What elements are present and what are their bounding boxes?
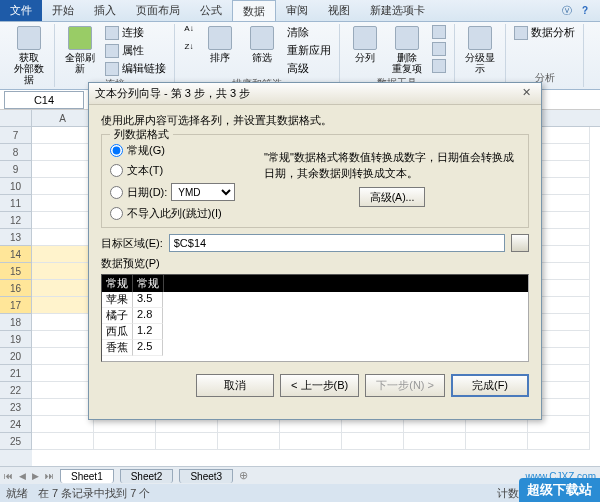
- edit-links-button[interactable]: 编辑链接: [103, 60, 168, 77]
- range-picker-icon[interactable]: [511, 234, 529, 252]
- row-header[interactable]: 17: [0, 297, 32, 314]
- datatool-more[interactable]: [430, 24, 448, 40]
- row-header[interactable]: 14: [0, 246, 32, 263]
- sheet-tab-2[interactable]: Sheet2: [120, 469, 174, 483]
- sort-az-buttons[interactable]: A↓Z↓: [181, 24, 197, 58]
- cell[interactable]: [32, 399, 94, 416]
- cell[interactable]: [32, 280, 94, 297]
- select-all-corner[interactable]: [0, 110, 32, 126]
- row-header[interactable]: 10: [0, 178, 32, 195]
- target-range-input[interactable]: [169, 234, 505, 252]
- help-icon[interactable]: ?: [578, 4, 592, 18]
- cell[interactable]: [32, 365, 94, 382]
- cell[interactable]: [404, 433, 466, 450]
- data-preview[interactable]: 常规常规 苹果3.5橘子2.8西瓜1.2香蕉2.5: [101, 274, 529, 362]
- row-header[interactable]: 7: [0, 127, 32, 144]
- close-icon[interactable]: ✕: [517, 86, 535, 102]
- finish-button[interactable]: 完成(F): [451, 374, 529, 397]
- row-header[interactable]: 16: [0, 280, 32, 297]
- cell[interactable]: [32, 161, 94, 178]
- row-header[interactable]: 9: [0, 161, 32, 178]
- advanced-filter-button[interactable]: 高级: [285, 60, 333, 77]
- tab-home[interactable]: 开始: [42, 0, 84, 21]
- row-header[interactable]: 13: [0, 229, 32, 246]
- radio-date[interactable]: 日期(D): YMD: [110, 183, 250, 201]
- row-header[interactable]: 25: [0, 433, 32, 450]
- row-header[interactable]: 8: [0, 144, 32, 161]
- cell[interactable]: [32, 297, 94, 314]
- row-header[interactable]: 22: [0, 382, 32, 399]
- remove-duplicates-button[interactable]: 删除 重复项: [388, 24, 426, 76]
- minimize-ribbon-icon[interactable]: ⓥ: [560, 4, 574, 18]
- radio-general[interactable]: 常规(G): [110, 143, 250, 158]
- row-header[interactable]: 18: [0, 314, 32, 331]
- tab-file[interactable]: 文件: [0, 0, 42, 21]
- new-sheet-icon[interactable]: ⊕: [239, 469, 248, 482]
- outline-button[interactable]: 分级显示: [461, 24, 499, 76]
- col-header-a[interactable]: A: [32, 110, 94, 126]
- tab-nav-first-icon[interactable]: ⏮: [4, 471, 13, 481]
- cell[interactable]: [32, 212, 94, 229]
- cell[interactable]: [32, 127, 94, 144]
- row-header[interactable]: 19: [0, 331, 32, 348]
- cell[interactable]: [156, 433, 218, 450]
- cell[interactable]: [528, 433, 590, 450]
- cell[interactable]: [342, 433, 404, 450]
- cell[interactable]: [32, 433, 94, 450]
- clear-filter-button[interactable]: 清除: [285, 24, 333, 41]
- next-button[interactable]: 下一步(N) >: [365, 374, 445, 397]
- dialog-titlebar[interactable]: 文本分列向导 - 第 3 步，共 3 步 ✕: [89, 83, 541, 105]
- cell[interactable]: [32, 178, 94, 195]
- tab-insert[interactable]: 插入: [84, 0, 126, 21]
- cell[interactable]: [32, 144, 94, 161]
- row-header[interactable]: 20: [0, 348, 32, 365]
- row-header[interactable]: 15: [0, 263, 32, 280]
- tab-layout[interactable]: 页面布局: [126, 0, 190, 21]
- cell[interactable]: [280, 433, 342, 450]
- tab-newtab[interactable]: 新建选项卡: [360, 0, 435, 21]
- radio-text[interactable]: 文本(T): [110, 163, 250, 178]
- cell[interactable]: [94, 433, 156, 450]
- get-external-data-button[interactable]: 获取 外部数据: [10, 24, 48, 87]
- row-header[interactable]: 21: [0, 365, 32, 382]
- database-icon: [17, 26, 41, 50]
- refresh-all-button[interactable]: 全部刷新: [61, 24, 99, 76]
- text-to-columns-button[interactable]: 分列: [346, 24, 384, 65]
- date-format-select[interactable]: YMD: [171, 183, 235, 201]
- cancel-button[interactable]: 取消: [196, 374, 274, 397]
- properties-button[interactable]: 属性: [103, 42, 168, 59]
- cell[interactable]: [32, 331, 94, 348]
- cell[interactable]: [32, 382, 94, 399]
- advanced-button[interactable]: 高级(A)...: [359, 187, 426, 207]
- cell[interactable]: [32, 314, 94, 331]
- back-button[interactable]: < 上一步(B): [280, 374, 359, 397]
- row-header[interactable]: 24: [0, 416, 32, 433]
- cell[interactable]: [32, 195, 94, 212]
- cell[interactable]: [32, 263, 94, 280]
- tab-nav-prev-icon[interactable]: ◀: [19, 471, 26, 481]
- cell[interactable]: [32, 246, 94, 263]
- row-header[interactable]: 12: [0, 212, 32, 229]
- tab-formula[interactable]: 公式: [190, 0, 232, 21]
- sheet-tab-1[interactable]: Sheet1: [60, 469, 114, 483]
- connections-button[interactable]: 连接: [103, 24, 168, 41]
- sheet-tab-3[interactable]: Sheet3: [179, 469, 233, 483]
- cell[interactable]: [32, 348, 94, 365]
- cell[interactable]: [218, 433, 280, 450]
- row-header[interactable]: 11: [0, 195, 32, 212]
- radio-skip[interactable]: 不导入此列(跳过)(I): [110, 206, 250, 221]
- filter-button[interactable]: 筛选: [243, 24, 281, 65]
- sort-button[interactable]: 排序: [201, 24, 239, 65]
- cell[interactable]: [466, 433, 528, 450]
- reapply-button[interactable]: 重新应用: [285, 42, 333, 59]
- tab-review[interactable]: 审阅: [276, 0, 318, 21]
- cell[interactable]: [32, 416, 94, 433]
- data-analysis-button[interactable]: 数据分析: [512, 24, 577, 41]
- tab-view[interactable]: 视图: [318, 0, 360, 21]
- tab-nav-next-icon[interactable]: ▶: [32, 471, 39, 481]
- tab-data[interactable]: 数据: [232, 0, 276, 21]
- name-box[interactable]: C14: [4, 91, 84, 109]
- tab-nav-last-icon[interactable]: ⏭: [45, 471, 54, 481]
- cell[interactable]: [32, 229, 94, 246]
- row-header[interactable]: 23: [0, 399, 32, 416]
